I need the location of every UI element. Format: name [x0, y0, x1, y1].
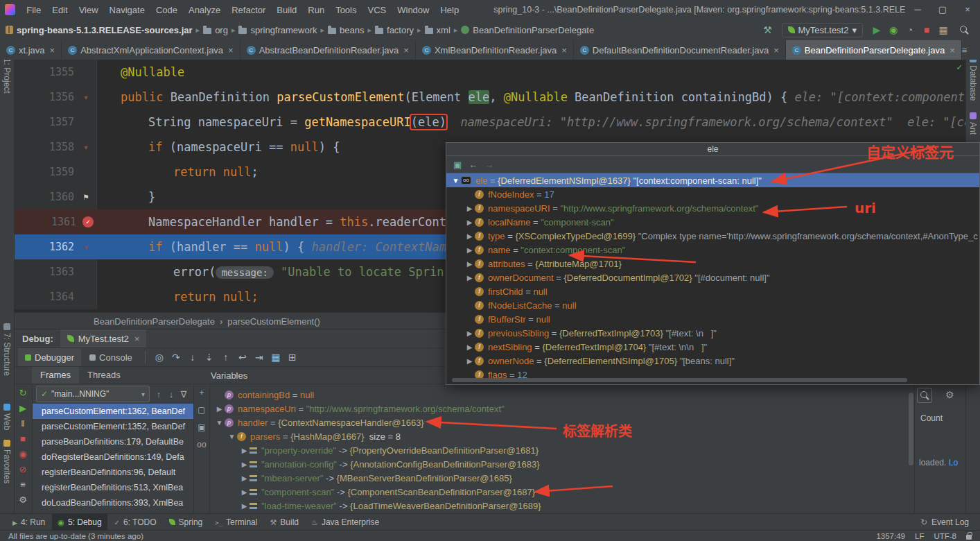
- gutter[interactable]: 1360⚑: [14, 184, 97, 209]
- search-everywhere-icon[interactable]: [960, 26, 969, 35]
- line-number[interactable]: 1356: [49, 85, 74, 110]
- gutter[interactable]: 1362▾: [14, 234, 97, 259]
- minimize-button[interactable]: ─: [905, 0, 930, 19]
- expand-icon[interactable]: ▶: [464, 218, 475, 226]
- chevron-icon[interactable]: ▾: [78, 241, 94, 252]
- stop-button[interactable]: ■: [918, 24, 935, 35]
- variable-row[interactable]: ffNodeIndex = 17: [446, 187, 979, 201]
- tab-threads[interactable]: Threads: [79, 367, 129, 384]
- gear-icon[interactable]: ⚙: [945, 389, 954, 400]
- sidebar-item-structure[interactable]: 7: Structure: [0, 323, 14, 376]
- breadcrumb-method[interactable]: parseCustomElement(): [227, 316, 320, 327]
- bookmark-icon[interactable]: ⚑: [78, 191, 94, 203]
- chevron-icon[interactable]: ▾: [78, 141, 94, 153]
- sidebar-item-database[interactable]: Database: [966, 55, 980, 101]
- variable-row[interactable]: ▶fownerDocument = {DeferredDocumentImpl@…: [446, 270, 979, 284]
- variable-row[interactable]: ▶"annotation-config" -> {AnnotationConfi…: [210, 457, 914, 471]
- expand-icon[interactable]: ▶: [464, 329, 475, 337]
- stack-frame[interactable]: parseCustomElement:1362, BeanDef: [33, 404, 193, 419]
- breadcrumb-item[interactable]: springframework: [238, 25, 317, 35]
- expand-icon[interactable]: ▶: [464, 274, 475, 282]
- tabs-menu-icon[interactable]: ≡: [962, 40, 980, 60]
- variable-row[interactable]: ▶"component-scan" -> {ComponentScanBeanD…: [210, 485, 914, 499]
- thread-selector[interactable]: ✓ "main...NNING" ▾: [36, 386, 150, 402]
- step-over-icon[interactable]: ↷: [168, 352, 184, 363]
- menu-refactor[interactable]: Refactor: [226, 5, 271, 15]
- gutter[interactable]: 1357: [14, 110, 97, 135]
- coverage-button[interactable]: ◔: [902, 24, 918, 35]
- lock-icon[interactable]: [966, 535, 972, 540]
- inspect-icon[interactable]: ▣: [453, 160, 462, 170]
- mute-breakpoints-icon[interactable]: ⊘: [19, 464, 27, 475]
- expand-icon[interactable]: ▶: [464, 260, 475, 268]
- close-icon[interactable]: ×: [50, 45, 55, 55]
- line-number[interactable]: 1357: [49, 110, 74, 135]
- layout-button[interactable]: ▦: [935, 24, 952, 35]
- settings-icon[interactable]: ⚙: [19, 495, 27, 506]
- line-number[interactable]: 1359: [49, 160, 74, 184]
- load-link[interactable]: Lo: [949, 458, 958, 467]
- editor-tab[interactable]: CDefaultBeanDefinitionDocumentReader.jav…: [574, 40, 786, 60]
- gutter[interactable]: 1363: [14, 259, 97, 284]
- chevron-icon[interactable]: ▾: [78, 92, 94, 103]
- pause-icon[interactable]: ‖: [21, 418, 24, 429]
- line-number[interactable]: 1355: [49, 60, 74, 85]
- step-into-icon[interactable]: ↓: [184, 352, 201, 363]
- variable-row[interactable]: ▶"mbean-server" -> {MBeanServerBeanDefin…: [210, 471, 914, 485]
- filter-icon[interactable]: ∇: [177, 389, 190, 400]
- expand-icon[interactable]: ▶: [464, 357, 475, 365]
- gutter[interactable]: 1361✓: [14, 209, 97, 234]
- menu-analyze[interactable]: Analyze: [183, 5, 226, 15]
- menu-file[interactable]: File: [21, 5, 46, 15]
- toolwindow-button-5-debug[interactable]: 5: Debug: [52, 514, 107, 531]
- line-number[interactable]: 1360: [49, 184, 74, 209]
- code-line[interactable]: 1356▾public BeanDefinition parseCustomEl…: [14, 85, 966, 110]
- expand-icon[interactable]: ▶: [239, 461, 250, 468]
- gutter[interactable]: 1359: [14, 160, 97, 184]
- breadcrumb-item[interactable]: spring-beans-5.1.3.RELEASE-sources.jar: [6, 25, 193, 35]
- thread-dump-icon[interactable]: ≡: [20, 479, 26, 490]
- expand-icon[interactable]: ▶: [239, 474, 250, 482]
- debug-button[interactable]: ◉: [885, 24, 902, 35]
- stop-icon[interactable]: ■: [20, 433, 26, 445]
- line-number[interactable]: 1364: [49, 284, 74, 309]
- toolwindow-button-6-todo[interactable]: 6: TODO: [109, 514, 162, 531]
- drop-frame-icon[interactable]: ↩: [234, 352, 251, 363]
- expand-icon[interactable]: ▶: [239, 488, 250, 496]
- line-number[interactable]: 1362: [49, 234, 74, 259]
- variable-row[interactable]: ffNodeListCache = null: [446, 298, 979, 312]
- toolwindow-button-build[interactable]: Build: [264, 514, 304, 531]
- breadcrumb-item[interactable]: org: [203, 25, 228, 35]
- close-icon[interactable]: ×: [561, 45, 567, 55]
- stack-frame[interactable]: parseBeanDefinitions:179, DefaultBe: [33, 434, 193, 449]
- breakpoint-icon[interactable]: ✓: [82, 216, 94, 227]
- force-step-into-icon[interactable]: ⇣: [201, 352, 218, 363]
- close-button[interactable]: ×: [955, 0, 980, 19]
- variable-row[interactable]: ▶fname = "context:component-scan": [446, 243, 979, 257]
- variable-row[interactable]: ▶fpreviousSibling = {DeferredTextImpl@17…: [446, 326, 979, 340]
- status-item[interactable]: UTF-8: [934, 532, 956, 540]
- maximize-button[interactable]: ▢: [930, 0, 955, 19]
- menu-edit[interactable]: Edit: [46, 5, 73, 15]
- variable-row[interactable]: ▶"property-override" -> {PropertyOverrid…: [210, 443, 914, 457]
- expand-icon[interactable]: ▶: [239, 502, 250, 510]
- variable-row[interactable]: ffirstChild = null: [446, 284, 979, 298]
- editor-tab[interactable]: CXmlBeanDefinitionReader.java×: [416, 40, 574, 60]
- variable-row[interactable]: ▶flocalName = "component-scan": [446, 215, 979, 229]
- tab-frames[interactable]: Frames: [32, 367, 79, 384]
- breadcrumb-item[interactable]: BeanDefinitionParserDelegate: [461, 25, 594, 35]
- variable-row[interactable]: ▼ooele = {DeferredElementNSImpl@1637} "[…: [446, 173, 979, 187]
- close-icon[interactable]: ×: [134, 334, 140, 344]
- menu-view[interactable]: View: [73, 5, 104, 15]
- variable-row[interactable]: ▶"load-time-weaver" -> {LoadTimeWeaverBe…: [210, 499, 914, 513]
- toolwindow-button-terminal[interactable]: Terminal: [209, 514, 263, 531]
- expand-icon[interactable]: ▼: [450, 177, 461, 184]
- event-log-button[interactable]: ↻Event Log: [920, 517, 973, 527]
- menu-code[interactable]: Code: [150, 5, 183, 15]
- stack-frame[interactable]: registerBeanDefinitions:96, Default: [33, 465, 193, 480]
- menu-window[interactable]: Window: [392, 5, 435, 15]
- code-line[interactable]: 1357String namespaceUri = getNamespaceUR…: [14, 110, 966, 135]
- menu-vcs[interactable]: VCS: [362, 5, 392, 15]
- gutter[interactable]: 1355: [14, 60, 97, 85]
- close-icon[interactable]: ×: [773, 45, 779, 55]
